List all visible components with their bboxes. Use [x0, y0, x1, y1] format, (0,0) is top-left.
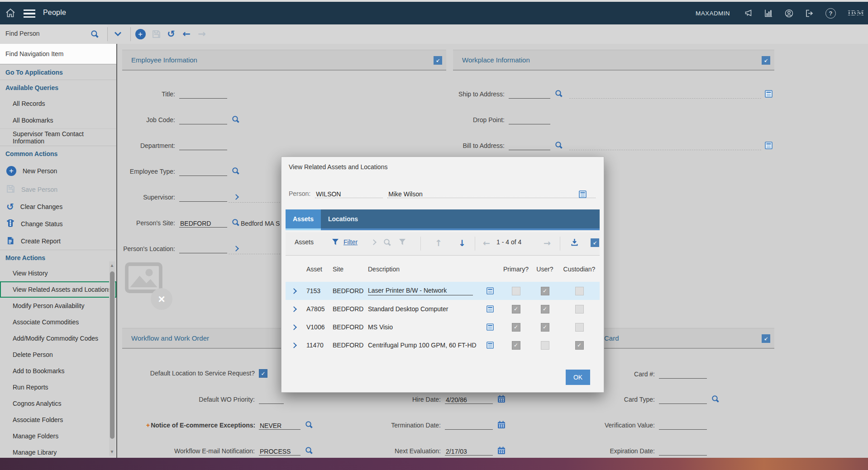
ecommerce-exceptions-input[interactable]: NEVER: [259, 420, 300, 430]
next-evaluation-input[interactable]: 2/17/03: [445, 446, 493, 456]
wo-priority-input[interactable]: [259, 394, 284, 404]
chevron-right-icon[interactable]: [231, 244, 240, 253]
sidebar-item-supervisor-query[interactable]: Supervisor Team Contact Information: [0, 128, 116, 146]
drop-point-input[interactable]: [509, 115, 550, 124]
sidebar-item-modify-availability[interactable]: Modify Person Availability: [0, 298, 116, 314]
new-record-icon[interactable]: +: [135, 28, 146, 39]
ok-button[interactable]: OK: [566, 370, 590, 385]
description-cell[interactable]: MS Visio: [362, 323, 479, 331]
long-description-icon[interactable]: [479, 287, 501, 294]
column-description[interactable]: Description: [362, 266, 479, 273]
row-expand-icon[interactable]: [286, 343, 302, 347]
sidebar-item-new-person[interactable]: + New Person: [0, 161, 116, 181]
long-description-icon[interactable]: [479, 342, 501, 349]
card-type-input[interactable]: [659, 394, 707, 404]
asset-cell[interactable]: 11470: [302, 342, 326, 349]
sidebar-scrollbar[interactable]: ▲ ▼: [109, 261, 115, 456]
primary-checkbox[interactable]: [512, 305, 520, 313]
announcements-icon[interactable]: [744, 9, 753, 17]
chevron-right-icon[interactable]: [231, 192, 240, 201]
lookup-icon[interactable]: [554, 89, 563, 98]
lookup-icon[interactable]: [305, 446, 314, 455]
person-id-field[interactable]: WILSON: [315, 189, 383, 198]
column-custodian[interactable]: Custodian?: [559, 266, 600, 273]
supervisor-input[interactable]: [179, 192, 227, 202]
custodian-checkbox[interactable]: [575, 305, 584, 313]
table-row[interactable]: 7153 BEDFORD Laser Printer B/W - Network: [286, 282, 600, 300]
collapse-section-icon[interactable]: ↙: [434, 56, 442, 65]
primary-checkbox[interactable]: [512, 287, 520, 295]
sidebar-item-associate-commodities[interactable]: Associate Commodities: [0, 314, 116, 330]
remove-photo-icon[interactable]: ×: [151, 288, 172, 310]
scrollbar-thumb[interactable]: [110, 271, 114, 439]
job-code-input[interactable]: [179, 115, 227, 124]
sidebar-item-view-related-assets[interactable]: View Related Assets and Locations: [0, 281, 116, 298]
primary-checkbox[interactable]: [512, 341, 520, 350]
long-description-icon[interactable]: [479, 323, 501, 331]
lookup-icon[interactable]: [554, 141, 563, 150]
sidebar-item-view-history[interactable]: View History: [0, 265, 116, 281]
table-row[interactable]: 11470 BEDFORD Centrifugal Pump 100 GPM, …: [286, 336, 600, 354]
sidebar-item-change-status[interactable]: Change Status: [0, 215, 116, 233]
user-checkbox[interactable]: [541, 341, 549, 350]
column-site[interactable]: Site: [326, 266, 362, 273]
clear-changes-icon[interactable]: ↺: [166, 28, 176, 39]
verification-value-input[interactable]: [659, 420, 707, 430]
default-location-checkbox[interactable]: [259, 369, 267, 378]
help-icon[interactable]: ?: [825, 8, 836, 19]
collapse-table-icon[interactable]: ↙: [591, 238, 599, 247]
menu-icon[interactable]: [24, 9, 35, 18]
tab-locations[interactable]: Locations: [321, 209, 365, 228]
column-primary[interactable]: Primary?: [501, 266, 531, 273]
lookup-icon[interactable]: [305, 420, 314, 429]
sidebar-item-all-bookmarks[interactable]: All Bookmarks: [0, 112, 116, 128]
custodian-checkbox[interactable]: [575, 323, 584, 332]
scroll-up-icon[interactable]: ▲: [109, 262, 115, 269]
expiration-date-input[interactable]: [659, 446, 707, 456]
asset-cell[interactable]: V1006: [302, 323, 326, 331]
user-checkbox[interactable]: [541, 323, 549, 332]
calendar-icon[interactable]: [497, 420, 506, 429]
row-expand-icon[interactable]: [286, 289, 302, 293]
column-asset[interactable]: Asset: [302, 266, 326, 273]
sidebar-item-run-reports[interactable]: Run Reports: [0, 379, 116, 395]
sidebar-item-create-report[interactable]: Create Report: [0, 233, 116, 250]
tab-assets[interactable]: Assets: [286, 209, 321, 228]
persons-site-input[interactable]: BEDFORD: [179, 218, 227, 228]
custodian-checkbox[interactable]: [575, 341, 584, 350]
long-description-icon[interactable]: [765, 90, 773, 99]
lookup-icon[interactable]: [231, 218, 240, 227]
signout-icon[interactable]: [805, 9, 814, 18]
collapse-section-icon[interactable]: ↙: [762, 56, 770, 65]
sidebar-item-manage-folders[interactable]: Manage Folders: [0, 428, 116, 444]
person-name-field[interactable]: Mike Wilson: [387, 189, 596, 198]
profile-icon[interactable]: [785, 9, 793, 18]
lookup-icon[interactable]: [711, 394, 720, 404]
sidebar-item-all-records[interactable]: All Records: [0, 95, 116, 112]
column-user[interactable]: User?: [531, 266, 559, 273]
filter-link[interactable]: Filter: [343, 238, 358, 246]
sidebar-item-cognos-analytics[interactable]: Cognos Analytics: [0, 395, 116, 412]
calendar-icon[interactable]: [497, 394, 506, 404]
table-row[interactable]: V1006 BEDFORD MS Visio: [286, 318, 600, 336]
scroll-down-icon[interactable]: ▼: [109, 449, 115, 455]
persons-location-input[interactable]: [179, 244, 227, 253]
ship-to-address-input[interactable]: [509, 89, 550, 99]
long-description-icon[interactable]: [479, 305, 501, 313]
asset-cell[interactable]: A7805: [302, 305, 326, 313]
row-expand-icon[interactable]: [286, 325, 302, 329]
asset-cell[interactable]: 7153: [302, 287, 326, 294]
primary-checkbox[interactable]: [512, 323, 520, 332]
download-icon[interactable]: [571, 238, 578, 246]
search-icon[interactable]: [89, 28, 100, 39]
reports-chart-icon[interactable]: [764, 9, 773, 17]
previous-record-icon[interactable]: ←: [181, 28, 192, 39]
sidebar-item-delete-person[interactable]: Delete Person: [0, 347, 116, 363]
card-number-input[interactable]: [659, 369, 707, 379]
long-description-icon[interactable]: [579, 190, 587, 199]
description-cell[interactable]: Centrifugal Pump 100 GPM, 60 FT-HD: [362, 342, 479, 349]
description-cell[interactable]: Standard Desktop Computer: [362, 305, 479, 313]
hire-date-input[interactable]: 4/20/86: [445, 394, 493, 404]
current-user[interactable]: MAXADMIN: [696, 10, 730, 17]
department-input[interactable]: [179, 141, 227, 150]
